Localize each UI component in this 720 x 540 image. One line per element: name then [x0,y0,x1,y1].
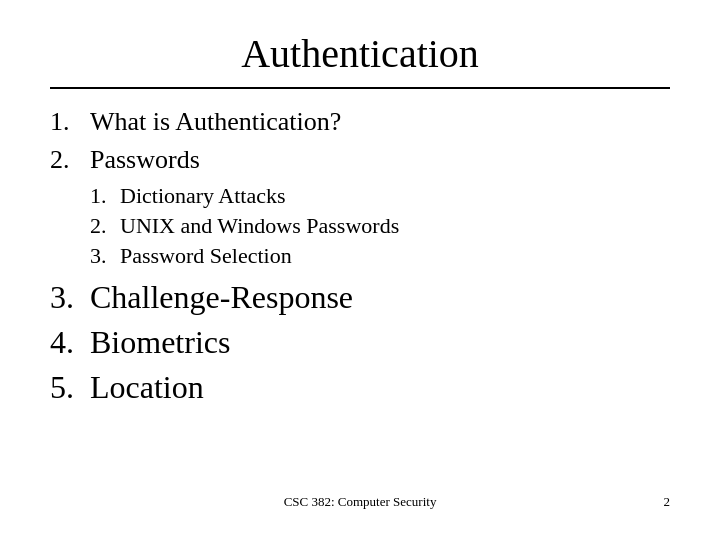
item-text: Biometrics [90,324,230,361]
sub-item-number: 1. [90,183,120,209]
item-number: 3. [50,279,90,316]
slide-footer: CSC 382: Computer Security 2 [50,484,670,510]
list-item: 4. Biometrics [50,324,670,361]
sub-item-text: UNIX and Windows Passwords [120,213,399,239]
footer-center: CSC 382: Computer Security [205,494,515,510]
sub-list-item: 1. Dictionary Attacks [90,183,670,209]
sub-list-container: 1. Dictionary Attacks 2. UNIX and Window… [50,183,670,269]
main-list: 1. What is Authentication? 2. Passwords … [50,107,670,414]
item-text: Location [90,369,204,406]
slide-content: 1. What is Authentication? 2. Passwords … [50,107,670,484]
slide: Authentication 1. What is Authentication… [0,0,720,540]
list-item: 5. Location [50,369,670,406]
list-item: 1. What is Authentication? [50,107,670,137]
footer-page: 2 [515,494,670,510]
list-item: 3. Challenge-Response [50,279,670,316]
item-text: Challenge-Response [90,279,353,316]
item-number: 1. [50,107,90,137]
sub-item-text: Dictionary Attacks [120,183,286,209]
item-number: 2. [50,145,90,175]
divider [50,87,670,89]
sub-item-number: 2. [90,213,120,239]
sub-item-number: 3. [90,243,120,269]
sub-list-item: 3. Password Selection [90,243,670,269]
sub-list: 1. Dictionary Attacks 2. UNIX and Window… [90,183,670,269]
item-text: What is Authentication? [90,107,341,137]
slide-title: Authentication [50,30,670,77]
item-number: 4. [50,324,90,361]
item-number: 5. [50,369,90,406]
list-item: 2. Passwords [50,145,670,175]
sub-item-text: Password Selection [120,243,292,269]
item-text: Passwords [90,145,200,175]
sub-list-item: 2. UNIX and Windows Passwords [90,213,670,239]
